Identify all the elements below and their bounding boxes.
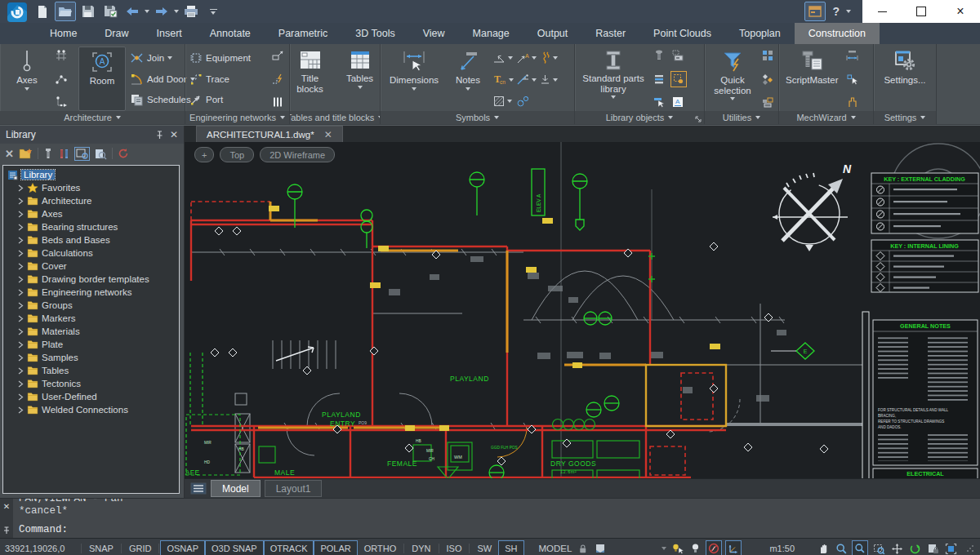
tab-raster[interactable]: Raster — [581, 23, 639, 44]
dialog-launcher-icon[interactable] — [695, 116, 702, 122]
mech-profile-button[interactable] — [845, 95, 860, 109]
tab-draw[interactable]: Draw — [91, 23, 142, 44]
floor-plan[interactable]: E ELEV A PLAYLAND PLAYLAND ENTRY MALE FE… — [185, 142, 980, 478]
trace-electric-button[interactable] — [270, 72, 285, 87]
document-tab-close-icon[interactable]: ✕ — [324, 130, 332, 140]
annotation-off-icon[interactable] — [706, 540, 722, 555]
tree-item-drawing-border-templates[interactable]: Drawing border templates — [5, 273, 177, 286]
position-leader-button[interactable] — [516, 92, 537, 110]
orbit-icon[interactable] — [907, 541, 922, 555]
redo-button[interactable] — [152, 2, 172, 20]
tab-annotate[interactable]: Annotate — [196, 23, 265, 44]
panel-label-tables[interactable]: Tables and title blocks — [290, 111, 380, 124]
close-button[interactable]: × — [941, 0, 980, 23]
tree-item-plate[interactable]: Plate — [5, 338, 177, 351]
tree-item-favorites[interactable]: Favorites — [5, 181, 177, 194]
toggle-sw[interactable]: SW — [470, 540, 498, 555]
toggle-dyn[interactable]: DYN — [405, 540, 437, 555]
lock-icon[interactable] — [575, 541, 590, 555]
panel-label-engineering[interactable]: Engineering networks — [185, 111, 289, 124]
maximize-button[interactable] — [902, 0, 941, 23]
tab-output[interactable]: Output — [523, 23, 582, 44]
toggle-iso[interactable]: ISO — [440, 540, 469, 555]
mech-dimension-button[interactable] — [845, 48, 860, 63]
tree-item-architecture[interactable]: Architecture — [5, 194, 177, 207]
pan-realtime-icon[interactable] — [889, 541, 904, 555]
ray-axis-button[interactable] — [54, 95, 69, 109]
viewport-visual-style-button[interactable]: 2D Wireframe — [260, 147, 335, 162]
zoom-window-icon[interactable] — [852, 540, 868, 555]
annotation-frame-button[interactable]: A — [670, 95, 685, 109]
toggle-snap[interactable]: SNAP — [82, 540, 120, 555]
copy-properties-button[interactable] — [670, 71, 687, 87]
library-screws-button[interactable] — [58, 148, 70, 160]
tree-item-beds-and-bases[interactable]: Beds and Bases — [5, 233, 177, 246]
tab-construction[interactable]: Construction — [795, 23, 880, 44]
port-button[interactable]: Port — [189, 90, 269, 109]
document-tab[interactable]: ARCHITECTURAL1.dwg* ✕ — [196, 126, 343, 142]
panel-label-mechwizard[interactable]: MechWizard — [779, 111, 873, 124]
toggle-polar[interactable]: POLAR — [314, 540, 357, 555]
tab-3d-tools[interactable]: 3D Tools — [341, 23, 408, 44]
new-file-button[interactable] — [33, 2, 52, 20]
toggle-sh[interactable]: SH — [498, 540, 523, 555]
toggle-o3d-snap[interactable]: O3D SNAP — [205, 540, 264, 555]
node-axes-button[interactable] — [54, 72, 69, 87]
tree-item-library-root[interactable]: Library — [5, 168, 177, 181]
scriptmaster-button[interactable]: ScriptMaster — [783, 47, 841, 111]
tab-point-clouds[interactable]: Point Clouds — [639, 23, 725, 44]
viewport-add-button[interactable]: + — [194, 147, 214, 162]
tab-topoplan[interactable]: Topoplan — [725, 23, 795, 44]
tree-item-tables[interactable]: Tables — [5, 364, 177, 377]
tree-item-engineering-networks[interactable]: Engineering networks — [5, 286, 177, 299]
light-icon[interactable] — [688, 541, 702, 555]
tree-item-calculations[interactable]: Calculations — [5, 246, 177, 260]
fullscreen-icon[interactable] — [943, 541, 958, 555]
panel-label-symbols[interactable]: Symbols — [381, 111, 574, 124]
select-part-button[interactable] — [652, 95, 666, 109]
pin-icon[interactable] — [156, 131, 163, 140]
wall-hatch-button[interactable] — [270, 95, 285, 109]
dimensions-button[interactable]: Dimensions — [385, 47, 443, 111]
ribbon-interface-button[interactable] — [804, 2, 826, 21]
tab-parametric[interactable]: Parametric — [265, 23, 341, 44]
datum-button[interactable] — [539, 71, 558, 89]
tree-item-user-defined[interactable]: User-Defined — [5, 390, 177, 403]
toggle-grid[interactable]: GRID — [122, 540, 158, 555]
layout-list-button[interactable] — [190, 482, 207, 495]
equipment-button[interactable]: Equipment — [189, 48, 269, 68]
resize-grip[interactable] — [966, 544, 974, 553]
save-button[interactable] — [78, 2, 98, 20]
help-dropdown[interactable] — [846, 10, 851, 13]
tab-insert[interactable]: Insert — [143, 23, 196, 44]
save-as-button[interactable] — [100, 2, 120, 20]
library-select-button[interactable] — [75, 148, 89, 160]
light-select-icon[interactable] — [670, 541, 684, 555]
break-line-button[interactable] — [539, 49, 558, 67]
equipment-note-button[interactable] — [270, 48, 285, 63]
fastener-stack-button[interactable] — [652, 72, 666, 87]
toggle-otrack[interactable]: OTRACK — [264, 540, 314, 555]
tab-manage[interactable]: Manage — [459, 23, 523, 44]
panel-label-settings[interactable]: Settings — [874, 111, 936, 124]
level-mark-button[interactable] — [492, 49, 514, 67]
panel-label-library-objects[interactable]: Library objects — [575, 111, 704, 124]
diamonds-tool-button[interactable] — [760, 72, 775, 87]
tab-home[interactable]: Home — [36, 23, 91, 44]
library-close-icon[interactable]: ✕ — [170, 129, 178, 140]
panel-label-architecture[interactable]: Architecture — [0, 111, 185, 124]
tree-item-axes[interactable]: Axes — [5, 207, 177, 220]
group-objects-button[interactable] — [760, 95, 775, 109]
command-body[interactable]: PAN,VIEWPAN - Pan *cancel* Command: — [13, 499, 980, 538]
command-close-icon[interactable]: ✕ — [3, 502, 10, 511]
axes-button[interactable]: Axes — [4, 47, 50, 111]
isolate-objects-button[interactable] — [760, 48, 775, 63]
text-style-button[interactable]: Tcn — [492, 71, 514, 89]
tab-layout1[interactable]: Layout1 — [265, 480, 323, 497]
tree-item-cover[interactable]: Cover — [5, 260, 177, 273]
undo-button[interactable] — [122, 2, 142, 20]
auto-dimension-button[interactable]: A — [516, 49, 537, 67]
open-file-button[interactable] — [55, 2, 76, 21]
tab-view[interactable]: View — [409, 23, 459, 44]
trace-button[interactable]: Trace — [189, 69, 269, 89]
